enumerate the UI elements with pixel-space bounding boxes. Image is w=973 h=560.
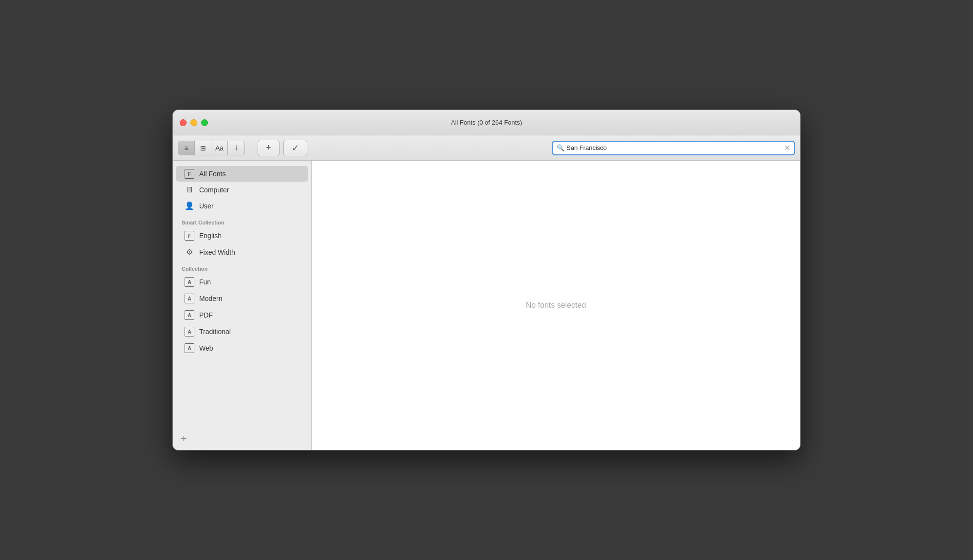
- sidebar-footer: +: [173, 428, 311, 450]
- sidebar-item-computer[interactable]: 🖥 Computer: [176, 183, 308, 197]
- collection-traditional-icon: A: [185, 327, 194, 336]
- english-icon: F: [185, 231, 194, 241]
- sidebar-item-fun[interactable]: A Fun: [176, 274, 308, 290]
- all-fonts-icon: F: [185, 169, 194, 179]
- sidebar-item-english[interactable]: F English: [176, 228, 308, 243]
- sidebar-item-fixed-width[interactable]: ⚙ Fixed Width: [176, 244, 308, 260]
- list-view-button[interactable]: ≡: [178, 141, 195, 155]
- list-view-icon: ≡: [184, 144, 188, 152]
- traffic-lights: [180, 119, 208, 126]
- sidebar-item-label: All Fonts: [199, 170, 225, 178]
- font-preview-button[interactable]: Aa: [211, 141, 228, 155]
- sidebar-item-all-fonts[interactable]: F All Fonts: [176, 166, 308, 182]
- grid-view-button[interactable]: ⊞: [195, 141, 211, 155]
- collection-modern-icon: A: [185, 294, 194, 303]
- sidebar-item-label: User: [199, 202, 214, 210]
- font-book-window: All Fonts (0 of 264 Fonts) ≡ ⊞ Aa i + ✓ …: [172, 110, 801, 450]
- collection-pdf-icon: A: [185, 310, 194, 320]
- sidebar-item-pdf[interactable]: A PDF: [176, 307, 308, 323]
- sidebar-item-label: PDF: [199, 311, 213, 319]
- sidebar-item-user[interactable]: 👤 User: [176, 198, 308, 213]
- minimize-button[interactable]: [190, 119, 197, 126]
- smart-collection-label: Smart Collection: [173, 214, 311, 227]
- grid-view-icon: ⊞: [200, 144, 206, 152]
- empty-message: No fonts selected: [526, 301, 586, 310]
- collection-label: Collection: [173, 260, 311, 274]
- main-panel: No fonts selected: [312, 161, 800, 450]
- collection-web-icon: A: [185, 343, 194, 353]
- sidebar-item-label: English: [199, 232, 222, 240]
- view-mode-group: ≡ ⊞ Aa i: [178, 141, 245, 155]
- search-clear-button[interactable]: ✕: [784, 143, 790, 152]
- search-container: 🔍 ✕: [552, 141, 795, 155]
- sidebar-item-traditional[interactable]: A Traditional: [176, 324, 308, 339]
- sidebar-item-label: Fixed Width: [199, 248, 235, 256]
- check-button[interactable]: ✓: [283, 140, 307, 156]
- add-font-button[interactable]: +: [258, 140, 280, 156]
- sidebar-item-label: Modern: [199, 295, 222, 302]
- window-title: All Fonts (0 of 264 Fonts): [451, 119, 522, 126]
- user-icon: 👤: [185, 201, 194, 210]
- font-preview-icon: Aa: [215, 144, 224, 152]
- sidebar: F All Fonts 🖥 Computer 👤 User Smart Coll…: [173, 161, 312, 450]
- add-collection-button[interactable]: +: [181, 433, 187, 444]
- toolbar: ≡ ⊞ Aa i + ✓ 🔍 ✕: [173, 135, 800, 161]
- sidebar-item-web[interactable]: A Web: [176, 340, 308, 356]
- sidebar-item-label: Computer: [199, 186, 229, 194]
- titlebar: All Fonts (0 of 264 Fonts): [173, 110, 800, 135]
- computer-icon: 🖥: [185, 186, 194, 194]
- add-font-icon: +: [266, 143, 271, 153]
- search-input[interactable]: [566, 144, 784, 151]
- content-area: F All Fonts 🖥 Computer 👤 User Smart Coll…: [173, 161, 800, 450]
- close-button[interactable]: [180, 119, 187, 126]
- sidebar-item-label: Fun: [199, 278, 211, 286]
- info-button[interactable]: i: [228, 141, 244, 155]
- check-icon: ✓: [292, 143, 299, 153]
- maximize-button[interactable]: [201, 119, 208, 126]
- sidebar-item-label: Web: [199, 344, 213, 352]
- sidebar-item-label: Traditional: [199, 328, 231, 336]
- gear-icon: ⚙: [185, 247, 194, 257]
- info-icon: i: [235, 144, 237, 152]
- collection-fun-icon: A: [185, 277, 194, 287]
- sidebar-item-modern[interactable]: A Modern: [176, 291, 308, 306]
- search-icon: 🔍: [557, 144, 564, 151]
